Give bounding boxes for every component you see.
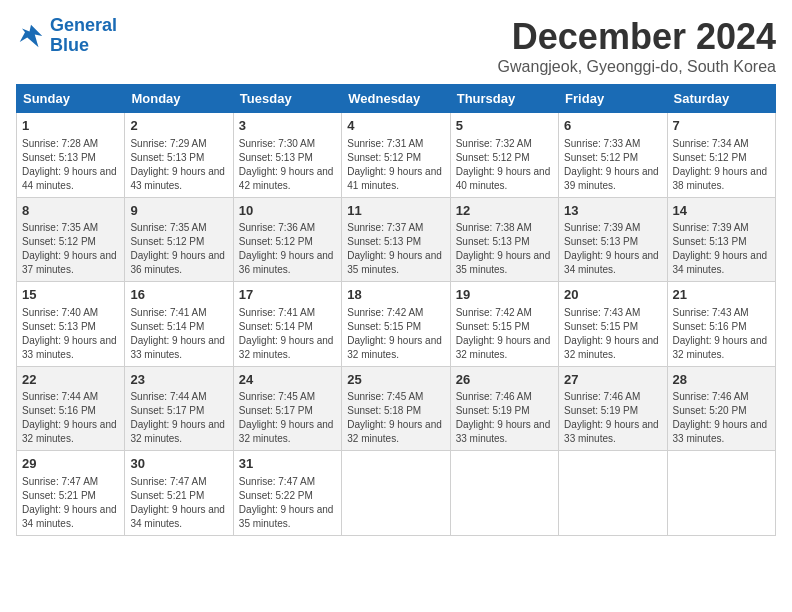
day-cell: 3Sunrise: 7:30 AMSunset: 5:13 PMDaylight… (233, 113, 341, 198)
weekday-header-thursday: Thursday (450, 85, 558, 113)
day-cell: 31Sunrise: 7:47 AMSunset: 5:22 PMDayligh… (233, 451, 341, 536)
day-info: Sunrise: 7:29 AMSunset: 5:13 PMDaylight:… (130, 137, 227, 193)
day-cell: 22Sunrise: 7:44 AMSunset: 5:16 PMDayligh… (17, 366, 125, 451)
day-info: Sunrise: 7:38 AMSunset: 5:13 PMDaylight:… (456, 221, 553, 277)
day-cell: 11Sunrise: 7:37 AMSunset: 5:13 PMDayligh… (342, 197, 450, 282)
day-cell: 18Sunrise: 7:42 AMSunset: 5:15 PMDayligh… (342, 282, 450, 367)
day-number: 1 (22, 117, 119, 135)
day-number: 24 (239, 371, 336, 389)
logo-text: General Blue (50, 16, 117, 56)
logo: General Blue (16, 16, 117, 56)
day-info: Sunrise: 7:42 AMSunset: 5:15 PMDaylight:… (347, 306, 444, 362)
day-number: 16 (130, 286, 227, 304)
header: General Blue December 2024 Gwangjeok, Gy… (16, 16, 776, 76)
day-cell: 20Sunrise: 7:43 AMSunset: 5:15 PMDayligh… (559, 282, 667, 367)
day-info: Sunrise: 7:43 AMSunset: 5:16 PMDaylight:… (673, 306, 770, 362)
day-info: Sunrise: 7:35 AMSunset: 5:12 PMDaylight:… (130, 221, 227, 277)
day-number: 28 (673, 371, 770, 389)
day-info: Sunrise: 7:47 AMSunset: 5:22 PMDaylight:… (239, 475, 336, 531)
day-number: 15 (22, 286, 119, 304)
day-number: 4 (347, 117, 444, 135)
calendar-title: December 2024 (498, 16, 776, 58)
weekday-header-tuesday: Tuesday (233, 85, 341, 113)
day-number: 27 (564, 371, 661, 389)
day-cell: 26Sunrise: 7:46 AMSunset: 5:19 PMDayligh… (450, 366, 558, 451)
weekday-header-wednesday: Wednesday (342, 85, 450, 113)
day-cell (450, 451, 558, 536)
day-info: Sunrise: 7:30 AMSunset: 5:13 PMDaylight:… (239, 137, 336, 193)
day-info: Sunrise: 7:45 AMSunset: 5:17 PMDaylight:… (239, 390, 336, 446)
day-number: 21 (673, 286, 770, 304)
day-number: 31 (239, 455, 336, 473)
day-cell: 28Sunrise: 7:46 AMSunset: 5:20 PMDayligh… (667, 366, 775, 451)
day-info: Sunrise: 7:47 AMSunset: 5:21 PMDaylight:… (130, 475, 227, 531)
day-cell: 2Sunrise: 7:29 AMSunset: 5:13 PMDaylight… (125, 113, 233, 198)
day-number: 17 (239, 286, 336, 304)
weekday-header-row: SundayMondayTuesdayWednesdayThursdayFrid… (17, 85, 776, 113)
day-cell: 1Sunrise: 7:28 AMSunset: 5:13 PMDaylight… (17, 113, 125, 198)
day-info: Sunrise: 7:32 AMSunset: 5:12 PMDaylight:… (456, 137, 553, 193)
week-row-3: 15Sunrise: 7:40 AMSunset: 5:13 PMDayligh… (17, 282, 776, 367)
day-cell: 15Sunrise: 7:40 AMSunset: 5:13 PMDayligh… (17, 282, 125, 367)
day-cell: 5Sunrise: 7:32 AMSunset: 5:12 PMDaylight… (450, 113, 558, 198)
day-number: 9 (130, 202, 227, 220)
day-cell: 30Sunrise: 7:47 AMSunset: 5:21 PMDayligh… (125, 451, 233, 536)
day-info: Sunrise: 7:42 AMSunset: 5:15 PMDaylight:… (456, 306, 553, 362)
day-info: Sunrise: 7:43 AMSunset: 5:15 PMDaylight:… (564, 306, 661, 362)
day-info: Sunrise: 7:39 AMSunset: 5:13 PMDaylight:… (564, 221, 661, 277)
day-cell: 21Sunrise: 7:43 AMSunset: 5:16 PMDayligh… (667, 282, 775, 367)
day-number: 12 (456, 202, 553, 220)
svg-marker-0 (20, 25, 43, 48)
week-row-2: 8Sunrise: 7:35 AMSunset: 5:12 PMDaylight… (17, 197, 776, 282)
calendar-subtitle: Gwangjeok, Gyeonggi-do, South Korea (498, 58, 776, 76)
day-number: 7 (673, 117, 770, 135)
day-number: 13 (564, 202, 661, 220)
week-row-4: 22Sunrise: 7:44 AMSunset: 5:16 PMDayligh… (17, 366, 776, 451)
day-cell: 16Sunrise: 7:41 AMSunset: 5:14 PMDayligh… (125, 282, 233, 367)
calendar-table: SundayMondayTuesdayWednesdayThursdayFrid… (16, 84, 776, 536)
day-info: Sunrise: 7:46 AMSunset: 5:20 PMDaylight:… (673, 390, 770, 446)
day-cell: 14Sunrise: 7:39 AMSunset: 5:13 PMDayligh… (667, 197, 775, 282)
day-cell: 13Sunrise: 7:39 AMSunset: 5:13 PMDayligh… (559, 197, 667, 282)
day-number: 2 (130, 117, 227, 135)
day-number: 8 (22, 202, 119, 220)
day-number: 19 (456, 286, 553, 304)
day-info: Sunrise: 7:28 AMSunset: 5:13 PMDaylight:… (22, 137, 119, 193)
day-cell: 23Sunrise: 7:44 AMSunset: 5:17 PMDayligh… (125, 366, 233, 451)
weekday-header-monday: Monday (125, 85, 233, 113)
day-number: 6 (564, 117, 661, 135)
day-cell: 25Sunrise: 7:45 AMSunset: 5:18 PMDayligh… (342, 366, 450, 451)
day-number: 26 (456, 371, 553, 389)
day-cell: 6Sunrise: 7:33 AMSunset: 5:12 PMDaylight… (559, 113, 667, 198)
day-number: 22 (22, 371, 119, 389)
day-cell: 12Sunrise: 7:38 AMSunset: 5:13 PMDayligh… (450, 197, 558, 282)
day-info: Sunrise: 7:47 AMSunset: 5:21 PMDaylight:… (22, 475, 119, 531)
day-info: Sunrise: 7:40 AMSunset: 5:13 PMDaylight:… (22, 306, 119, 362)
day-info: Sunrise: 7:31 AMSunset: 5:12 PMDaylight:… (347, 137, 444, 193)
day-number: 18 (347, 286, 444, 304)
day-info: Sunrise: 7:37 AMSunset: 5:13 PMDaylight:… (347, 221, 444, 277)
week-row-5: 29Sunrise: 7:47 AMSunset: 5:21 PMDayligh… (17, 451, 776, 536)
logo-icon (16, 21, 46, 51)
day-info: Sunrise: 7:44 AMSunset: 5:17 PMDaylight:… (130, 390, 227, 446)
day-cell: 19Sunrise: 7:42 AMSunset: 5:15 PMDayligh… (450, 282, 558, 367)
day-cell: 17Sunrise: 7:41 AMSunset: 5:14 PMDayligh… (233, 282, 341, 367)
day-number: 10 (239, 202, 336, 220)
day-number: 20 (564, 286, 661, 304)
day-cell (559, 451, 667, 536)
day-cell: 4Sunrise: 7:31 AMSunset: 5:12 PMDaylight… (342, 113, 450, 198)
weekday-header-sunday: Sunday (17, 85, 125, 113)
day-cell: 8Sunrise: 7:35 AMSunset: 5:12 PMDaylight… (17, 197, 125, 282)
day-number: 25 (347, 371, 444, 389)
weekday-header-saturday: Saturday (667, 85, 775, 113)
day-number: 30 (130, 455, 227, 473)
day-cell: 24Sunrise: 7:45 AMSunset: 5:17 PMDayligh… (233, 366, 341, 451)
day-cell: 29Sunrise: 7:47 AMSunset: 5:21 PMDayligh… (17, 451, 125, 536)
day-cell: 10Sunrise: 7:36 AMSunset: 5:12 PMDayligh… (233, 197, 341, 282)
day-cell (342, 451, 450, 536)
day-number: 23 (130, 371, 227, 389)
weekday-header-friday: Friday (559, 85, 667, 113)
day-number: 5 (456, 117, 553, 135)
day-number: 14 (673, 202, 770, 220)
day-info: Sunrise: 7:44 AMSunset: 5:16 PMDaylight:… (22, 390, 119, 446)
